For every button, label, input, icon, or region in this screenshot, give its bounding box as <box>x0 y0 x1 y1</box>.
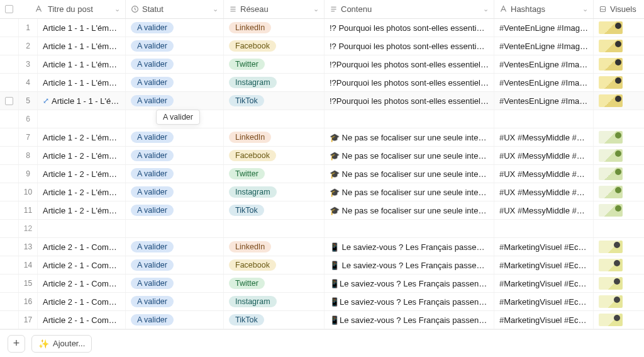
cell-visuals[interactable] <box>594 55 644 73</box>
cell-hashtags[interactable]: #VenteEnLigne #Image #... <box>494 37 594 55</box>
cell-visuals[interactable] <box>594 165 644 183</box>
visual-thumbnail[interactable] <box>599 204 623 217</box>
cell-status[interactable]: A valider <box>126 74 224 91</box>
cell-title[interactable]: Article 1 - 1 - L'émotio... <box>38 74 126 91</box>
table-row[interactable]: 12 <box>0 220 644 238</box>
cell-title[interactable]: Article 1 - 1 - L'émotio... <box>38 37 126 55</box>
cell-visuals[interactable] <box>594 147 644 164</box>
cell-status[interactable]: A valider <box>126 201 224 219</box>
cell-title[interactable]: Article 2 - 1 - Comme... <box>38 238 126 256</box>
cell-visuals[interactable] <box>594 238 644 256</box>
status-pill[interactable]: A valider <box>131 241 174 252</box>
visual-thumbnail[interactable] <box>599 241 623 253</box>
cell-hashtags[interactable]: #VenteEnLigne #Image #... <box>494 19 594 37</box>
cell-status[interactable]: A valider <box>126 55 224 73</box>
cell-visuals[interactable] <box>594 293 644 310</box>
cell-network[interactable]: Facebook <box>224 256 325 274</box>
status-pill[interactable]: A valider <box>131 205 174 216</box>
cell-title[interactable]: Article 1 - 2 - L'émotio... <box>38 147 126 164</box>
table-row[interactable]: 8Article 1 - 2 - L'émotio...A validerFac… <box>0 147 644 165</box>
network-chip[interactable]: TikTok <box>229 95 264 106</box>
cell-network[interactable]: TikTok <box>224 311 325 329</box>
cell-network[interactable]: Twitter <box>224 55 325 73</box>
cell-network[interactable]: LinkedIn <box>224 238 325 256</box>
cell-title[interactable]: Article 1 - 2 - L'émotio... <box>38 165 126 183</box>
status-pill[interactable]: A valider <box>131 168 174 179</box>
status-pill[interactable]: A valider <box>131 22 174 33</box>
status-pill[interactable]: A valider <box>131 314 174 326</box>
col-header-visuals[interactable]: Visuels <box>594 0 644 18</box>
cell-content[interactable]: !? Pourquoi les photos sont-elles essent… <box>325 37 494 55</box>
cell-hashtags[interactable]: #UX #MessyMiddle #Parc... <box>494 165 594 183</box>
table-row[interactable]: 5⤢Article 1 - 1 - L'émotio...A validerTi… <box>0 92 644 110</box>
row-checkbox-cell[interactable] <box>0 92 19 110</box>
select-all-checkbox[interactable] <box>5 5 13 13</box>
cell-network[interactable] <box>224 220 325 237</box>
cell-visuals[interactable] <box>594 110 644 128</box>
cell-content[interactable]: !?Pourquoi les photos sont-elles essenti… <box>325 92 494 110</box>
visual-thumbnail[interactable] <box>599 21 623 34</box>
network-chip[interactable]: Twitter <box>229 278 265 289</box>
cell-network[interactable]: Instagram <box>224 183 325 201</box>
table-row[interactable]: 11Article 1 - 2 - L'émotio...A validerTi… <box>0 201 644 220</box>
cell-title[interactable]: Article 2 - 1 - Comme... <box>38 293 126 310</box>
row-checkbox-cell[interactable] <box>0 55 19 73</box>
add-row-button[interactable]: + <box>8 335 25 353</box>
table-row[interactable]: 10Article 1 - 2 - L'émotio...A validerIn… <box>0 183 644 201</box>
cell-content[interactable]: 🎓 Ne pas se focaliser sur une seule inte… <box>325 128 494 146</box>
col-header-status[interactable]: Statut ⌄ <box>126 0 224 18</box>
cell-network[interactable]: Facebook <box>224 147 325 164</box>
network-chip[interactable]: Twitter <box>229 168 265 179</box>
row-checkbox-cell[interactable] <box>0 275 19 292</box>
row-checkbox-cell[interactable] <box>0 19 19 37</box>
network-chip[interactable]: LinkedIn <box>229 132 271 143</box>
cell-status[interactable]: A valider <box>126 293 224 310</box>
cell-title[interactable]: Article 1 - 1 - L'émotio... <box>38 19 126 37</box>
cell-network[interactable]: TikTok <box>224 201 325 219</box>
col-header-network[interactable]: Réseau ⌄ <box>224 0 325 18</box>
col-header-hashtags[interactable]: Hashtags ⌄ <box>494 0 594 18</box>
row-checkbox-cell[interactable] <box>0 293 19 310</box>
cell-content[interactable]: !? Pourquoi les photos sont-elles essent… <box>325 19 494 37</box>
row-checkbox-cell[interactable] <box>0 128 19 146</box>
network-chip[interactable]: Facebook <box>229 40 276 52</box>
cell-status[interactable]: A valider <box>126 311 224 329</box>
status-pill[interactable]: A valider <box>131 259 174 271</box>
cell-visuals[interactable] <box>594 19 644 37</box>
visual-thumbnail[interactable] <box>599 295 623 308</box>
visual-thumbnail[interactable] <box>599 58 623 71</box>
cell-network[interactable]: Twitter <box>224 165 325 183</box>
cell-status[interactable]: A valider <box>126 183 224 201</box>
cell-visuals[interactable] <box>594 183 644 201</box>
table-row[interactable]: 4Article 1 - 1 - L'émotio...A validerIns… <box>0 74 644 92</box>
cell-content[interactable]: 🎓 Ne pas se focaliser sur une seule inte… <box>325 183 494 201</box>
table-row[interactable]: 3Article 1 - 1 - L'émotio...A validerTwi… <box>0 55 644 74</box>
row-checkbox-cell[interactable] <box>0 238 19 256</box>
visual-thumbnail[interactable] <box>599 40 623 52</box>
cell-content[interactable]: 📱Le saviez-vous ? Les Français passent e… <box>325 311 494 329</box>
row-checkbox-cell[interactable] <box>0 147 19 164</box>
cell-network[interactable]: LinkedIn <box>224 128 325 146</box>
row-checkbox[interactable] <box>5 97 13 105</box>
cell-status[interactable]: A valider <box>126 165 224 183</box>
row-checkbox-cell[interactable] <box>0 183 19 201</box>
cell-hashtags[interactable]: #UX #MessyMiddle #Parc... <box>494 128 594 146</box>
cell-hashtags[interactable]: #VentesEnLigne #Image ... <box>494 92 594 110</box>
table-row[interactable]: 16Article 2 - 1 - Comme...A validerInsta… <box>0 293 644 311</box>
cell-title[interactable] <box>38 110 126 128</box>
cell-hashtags[interactable]: #UX #MessyMiddle #Parc... <box>494 147 594 164</box>
table-row[interactable]: 2Article 1 - 1 - L'émotio...A validerFac… <box>0 37 644 55</box>
visual-thumbnail[interactable] <box>599 277 623 290</box>
row-checkbox-cell[interactable] <box>0 37 19 55</box>
row-checkbox-cell[interactable] <box>0 110 19 128</box>
cell-hashtags[interactable]: #MarketingVisuel #Ecom... <box>494 293 594 310</box>
cell-title[interactable]: ⤢Article 1 - 1 - L'émotio... <box>38 92 126 110</box>
visual-thumbnail[interactable] <box>599 259 623 271</box>
cell-status[interactable]: A valider <box>126 19 224 37</box>
cell-network[interactable]: LinkedIn <box>224 19 325 37</box>
network-chip[interactable]: Facebook <box>229 259 276 271</box>
network-chip[interactable]: Instagram <box>229 296 277 307</box>
cell-title[interactable]: Article 1 - 2 - L'émotio... <box>38 128 126 146</box>
cell-content[interactable]: !?Pourquoi les photos sont-elles essenti… <box>325 55 494 73</box>
cell-visuals[interactable] <box>594 37 644 55</box>
